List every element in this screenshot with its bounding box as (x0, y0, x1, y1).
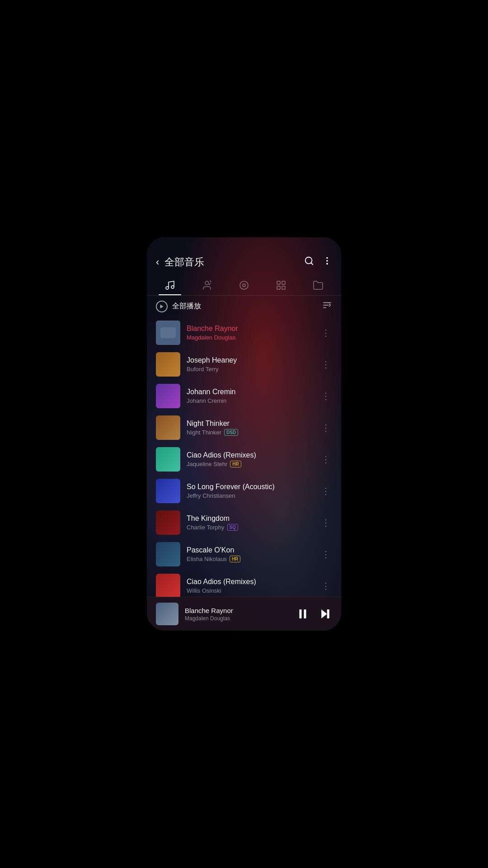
song-thumbnail (156, 384, 180, 408)
song-info: Ciao Adios (Remixes) Willis Osinski (187, 578, 313, 594)
song-title: Ciao Adios (Remixes) (187, 578, 313, 586)
page-title: 全部音乐 (164, 255, 299, 269)
svg-point-6 (240, 281, 248, 289)
list-item[interactable]: Blanche Raynor Magdalen Douglas ⋮ (147, 317, 341, 349)
back-button[interactable]: ‹ (156, 256, 159, 268)
song-artist-row: Charlie Torphy SQ (187, 524, 313, 531)
song-info: Night Thinker Night Thinker DSD (187, 420, 313, 436)
svg-point-7 (243, 284, 245, 287)
song-more-button[interactable]: ⋮ (319, 420, 332, 435)
song-info: So Long Forever (Acoustic) Jeffry Christ… (187, 483, 313, 499)
svg-rect-9 (282, 281, 285, 284)
play-all-label: 全部播放 (172, 302, 318, 311)
svg-rect-19 (327, 609, 329, 618)
svg-rect-16 (300, 609, 302, 618)
now-playing-info: Blanche Raynor Magdalen Douglas (185, 607, 290, 622)
svg-marker-18 (321, 609, 327, 618)
list-item[interactable]: Night Thinker Night Thinker DSD ⋮ (147, 412, 341, 443)
song-artist: Buford Terry (187, 366, 219, 373)
now-playing-artist: Magdalen Douglas (185, 615, 290, 622)
quality-badge-hr2: HR (230, 556, 240, 562)
tab-albums[interactable] (225, 276, 263, 295)
song-artist-row: Elisha Nikolaus HR (187, 556, 313, 562)
song-list: Blanche Raynor Magdalen Douglas ⋮ Joseph… (147, 317, 341, 631)
svg-point-3 (326, 260, 328, 262)
song-more-button[interactable]: ⋮ (319, 515, 332, 530)
tab-songs[interactable] (151, 276, 188, 295)
song-artist-row: Willis Osinski (187, 587, 313, 594)
song-artist-row: Jaqueline Stehr HR (187, 461, 313, 467)
song-artist-row: Buford Terry (187, 366, 313, 373)
song-title: Pascale O'Kon (187, 546, 313, 554)
song-more-button[interactable]: ⋮ (319, 484, 332, 498)
song-thumbnail (156, 574, 180, 598)
header: ‹ 全部音乐 (147, 237, 341, 274)
svg-point-4 (326, 263, 328, 265)
sort-icon[interactable] (322, 300, 332, 312)
svg-marker-12 (160, 304, 164, 308)
tab-playlists[interactable] (263, 276, 300, 295)
list-item[interactable]: The Kingdom Charlie Torphy SQ ⋮ (147, 507, 341, 538)
song-more-button[interactable]: ⋮ (319, 326, 332, 340)
pause-button[interactable] (296, 607, 310, 621)
more-icon[interactable] (322, 256, 332, 269)
song-artist: Night Thinker (187, 429, 221, 436)
song-artist: Charlie Torphy (187, 524, 225, 531)
quality-badge-hr: HR (230, 461, 241, 467)
song-title: The Kingdom (187, 514, 313, 523)
list-item[interactable]: Joseph Heaney Buford Terry ⋮ (147, 349, 341, 380)
song-thumbnail (156, 542, 180, 566)
song-title: Joseph Heaney (187, 356, 313, 364)
song-thumbnail (156, 479, 180, 503)
now-playing-bar: Blanche Raynor Magdalen Douglas (147, 597, 341, 631)
header-icons (304, 256, 332, 269)
song-artist: Elisha Nikolaus (187, 556, 227, 562)
song-more-button[interactable]: ⋮ (319, 547, 332, 561)
search-icon[interactable] (304, 256, 314, 269)
svg-point-2 (326, 257, 328, 259)
song-thumbnail (156, 415, 180, 440)
app-content: ‹ 全部音乐 (147, 237, 341, 631)
next-button[interactable] (319, 607, 332, 621)
song-artist-row: Johann Cremin (187, 397, 313, 404)
svg-rect-10 (277, 286, 280, 289)
song-thumbnail (156, 352, 180, 377)
quality-badge-dsd: DSD (224, 429, 238, 436)
song-info: The Kingdom Charlie Torphy SQ (187, 514, 313, 531)
song-more-button[interactable]: ⋮ (319, 389, 332, 403)
song-thumbnail (156, 510, 180, 535)
svg-line-1 (311, 263, 313, 264)
song-info: Pascale O'Kon Elisha Nikolaus HR (187, 546, 313, 562)
tab-artists[interactable] (188, 276, 225, 295)
song-title: So Long Forever (Acoustic) (187, 483, 313, 491)
play-all-button[interactable] (156, 301, 168, 312)
song-more-button[interactable]: ⋮ (319, 357, 332, 372)
song-info: Joseph Heaney Buford Terry (187, 356, 313, 373)
song-artist: Jaqueline Stehr (187, 461, 227, 467)
song-more-button[interactable]: ⋮ (319, 452, 332, 467)
play-all-bar: 全部播放 (147, 296, 341, 317)
song-more-button[interactable]: ⋮ (319, 579, 332, 593)
list-item[interactable]: Pascale O'Kon Elisha Nikolaus HR ⋮ (147, 538, 341, 570)
song-title: Johann Cremin (187, 388, 313, 396)
list-item[interactable]: So Long Forever (Acoustic) Jeffry Christ… (147, 475, 341, 507)
quality-badge-sq: SQ (227, 524, 238, 531)
svg-point-5 (205, 281, 209, 285)
list-item[interactable]: Johann Cremin Johann Cremin ⋮ (147, 380, 341, 412)
now-playing-thumbnail (156, 603, 178, 625)
song-artist: Willis Osinski (187, 587, 221, 594)
song-artist: Jeffry Christiansen (187, 492, 235, 499)
song-artist-row: Magdalen Douglas (187, 334, 313, 341)
song-title: Night Thinker (187, 420, 313, 428)
song-artist: Johann Cremin (187, 397, 226, 404)
song-info: Ciao Adios (Remixes) Jaqueline Stehr HR (187, 451, 313, 467)
tab-folders[interactable] (300, 276, 337, 295)
song-thumbnail (156, 447, 180, 472)
song-thumbnail (156, 321, 180, 345)
tab-bar (147, 274, 341, 296)
song-info: Blanche Raynor Magdalen Douglas (187, 325, 313, 341)
song-artist-row: Night Thinker DSD (187, 429, 313, 436)
now-playing-controls (296, 607, 332, 621)
song-info: Johann Cremin Johann Cremin (187, 388, 313, 404)
list-item[interactable]: Ciao Adios (Remixes) Jaqueline Stehr HR … (147, 443, 341, 475)
